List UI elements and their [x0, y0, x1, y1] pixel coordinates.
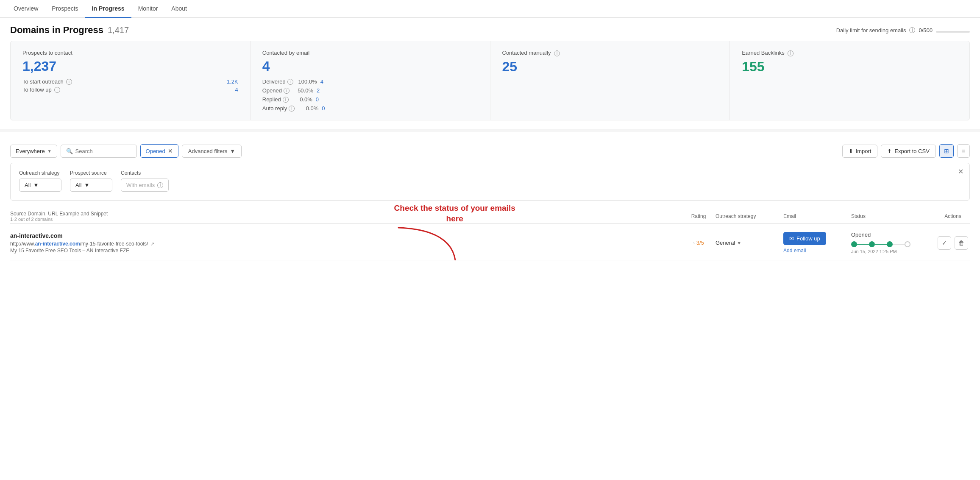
- email-stat-pct: 0.0%: [295, 105, 318, 112]
- approve-action-button[interactable]: ✓: [938, 236, 951, 250]
- section-divider: [0, 129, 980, 132]
- timeline-dot-2: [869, 241, 875, 247]
- daily-limit-progress: [936, 31, 970, 33]
- filter-bar-right: ⬇ Import ⬆ Export to CSV ⊞ ≡: [842, 144, 970, 158]
- stat-value-manual: 25: [502, 59, 718, 75]
- page-title: Domains in Progress: [10, 25, 103, 35]
- follow-up-button[interactable]: ✉ Follow up: [783, 232, 826, 245]
- email-stat-pct: 0.0%: [289, 96, 312, 103]
- table-row: an-interactive.com http://www.an-interac…: [10, 224, 970, 260]
- import-button[interactable]: ⬇ Import: [842, 145, 878, 158]
- opened-filter-remove[interactable]: ✕: [168, 148, 173, 154]
- stat-sub-value-start: 1.2K: [227, 78, 238, 85]
- stat-sub-value-followup: 4: [235, 87, 238, 93]
- email-stat-val: 2: [317, 87, 323, 94]
- add-email-link[interactable]: Add email: [783, 248, 806, 254]
- status-label: Opened: [851, 232, 936, 238]
- follow-up-label: Follow up: [796, 235, 820, 242]
- email-stat-info-icon[interactable]: i: [284, 88, 290, 94]
- grid-view-button[interactable]: ⊞: [939, 144, 954, 158]
- stat-card-manual: Contacted manually i 25: [490, 41, 730, 120]
- outreach-dropdown-icon[interactable]: ▼: [737, 240, 741, 246]
- stat-card-backlinks: Earned Backlinks i 155: [730, 41, 969, 120]
- email-stat-info-icon[interactable]: i: [283, 97, 289, 103]
- prospect-source-label: Prospect source: [70, 170, 112, 176]
- advanced-filters-close-icon[interactable]: ✕: [958, 167, 963, 176]
- stats-section: Prospects to contact 1,237 To start outr…: [10, 41, 970, 120]
- export-csv-button[interactable]: ⬆ Export to CSV: [881, 145, 935, 158]
- search-icon: 🔍: [66, 148, 73, 154]
- row-snippet: My 15 Favorite Free SEO Tools – AN Inter…: [10, 248, 682, 254]
- url-bold: an-interactive.com: [35, 241, 80, 247]
- stat-sub-row-start-outreach: To start outreach i 1.2K: [22, 78, 238, 85]
- stat-sub-info-followup[interactable]: i: [54, 87, 60, 93]
- manual-info-icon[interactable]: i: [554, 50, 560, 56]
- row-outreach-cell: General ▼: [716, 240, 783, 246]
- adv-filter-chevron-icon: ▼: [230, 148, 235, 154]
- contacts-value: With emails: [126, 182, 155, 188]
- table-section: Check the status of your emails here Sou…: [10, 207, 970, 260]
- outreach-strategy-value: All: [25, 182, 31, 188]
- stat-label-manual: Contacted manually i: [502, 50, 718, 56]
- email-stat-pct: 50.0%: [290, 87, 313, 94]
- col-header-outreach: Outreach strategy: [716, 213, 783, 219]
- advanced-filters-button[interactable]: Advanced filters ▼: [182, 145, 242, 158]
- nav-tab-about[interactable]: About: [164, 0, 194, 18]
- nav-tab-prospects[interactable]: Prospects: [45, 0, 85, 18]
- timeline-dot-3: [887, 241, 893, 247]
- email-stat-label: Auto reply: [262, 105, 287, 112]
- delete-action-button[interactable]: 🗑: [955, 236, 968, 250]
- stat-card-email: Contacted by email 4 Delivered i 100.0% …: [251, 41, 490, 120]
- outreach-strategy-chevron-icon: ▼: [33, 182, 39, 188]
- timeline-line-3: [893, 244, 905, 245]
- row-status-cell: Opened Jun 15, 2022 1:25 PM: [851, 232, 936, 254]
- col-header-actions: Actions: [936, 213, 970, 219]
- contacts-value-field: With emails i: [121, 179, 169, 192]
- everywhere-label: Everywhere: [16, 148, 45, 154]
- email-stat-info-icon[interactable]: i: [289, 106, 295, 112]
- search-input[interactable]: [75, 148, 131, 154]
- opened-filter-label: Opened: [146, 148, 165, 154]
- import-label: Import: [856, 148, 871, 154]
- col-header-email: Email: [783, 213, 851, 219]
- external-link-icon: ↗: [150, 241, 154, 246]
- nav-tab-in-progress[interactable]: In Progress: [85, 0, 131, 18]
- email-stat-label: Delivered: [262, 78, 286, 85]
- export-icon: ⬆: [887, 148, 892, 154]
- timeline-line-1: [857, 244, 869, 245]
- rating-value: 3/5: [696, 240, 704, 246]
- daily-limit-value: 0/500: [919, 27, 933, 33]
- everywhere-dropdown[interactable]: Everywhere ▼: [10, 145, 57, 158]
- outreach-strategy-label: Outreach strategy: [19, 170, 61, 176]
- advanced-filters-panel: ✕ Outreach strategy All ▼ Prospect sourc…: [10, 163, 970, 201]
- email-stat-pct: 100.0%: [293, 78, 317, 85]
- stat-label-backlinks: Earned Backlinks i: [742, 50, 958, 56]
- list-view-button[interactable]: ≡: [957, 144, 970, 158]
- stat-label-prospects: Prospects to contact: [22, 50, 238, 56]
- page-header: Domains in Progress 1,417 Daily limit fo…: [0, 18, 980, 41]
- nav-tab-monitor[interactable]: Monitor: [131, 0, 165, 18]
- stat-sub-row-follow-up: To follow up i 4: [22, 87, 238, 93]
- import-icon: ⬇: [849, 148, 853, 154]
- nav-tabs: OverviewProspectsIn ProgressMonitorAbout: [0, 0, 980, 18]
- backlinks-info-icon[interactable]: i: [788, 50, 793, 56]
- email-stat-info-icon[interactable]: i: [287, 79, 293, 85]
- row-url-link[interactable]: http://www.an-interactive.com/my-15-favo…: [10, 241, 148, 247]
- prospect-source-value: All: [75, 182, 81, 188]
- email-stat-row-auto-reply: Auto reply i 0.0% 0: [262, 105, 478, 112]
- daily-limit-info-icon[interactable]: i: [909, 27, 915, 33]
- col-header-status: Status: [851, 213, 936, 219]
- prospect-source-select[interactable]: All ▼: [70, 179, 112, 192]
- page-title-count: 1,417: [108, 25, 129, 35]
- status-date: Jun 15, 2022 1:25 PM: [851, 249, 936, 254]
- export-label: Export to CSV: [894, 148, 929, 154]
- stat-sub-info-start[interactable]: i: [66, 79, 72, 85]
- contacts-info-icon[interactable]: i: [157, 182, 163, 188]
- adv-filters-row: Outreach strategy All ▼ Prospect source …: [19, 170, 961, 192]
- nav-tab-overview[interactable]: Overview: [7, 0, 45, 18]
- stat-sub-label-start: To start outreach: [22, 78, 64, 85]
- stat-sub-rows-prospects: To start outreach i 1.2K To follow up i …: [22, 78, 238, 93]
- outreach-strategy-select[interactable]: All ▼: [19, 179, 61, 192]
- row-source-cell: an-interactive.com http://www.an-interac…: [10, 232, 682, 254]
- search-box: 🔍: [61, 145, 137, 158]
